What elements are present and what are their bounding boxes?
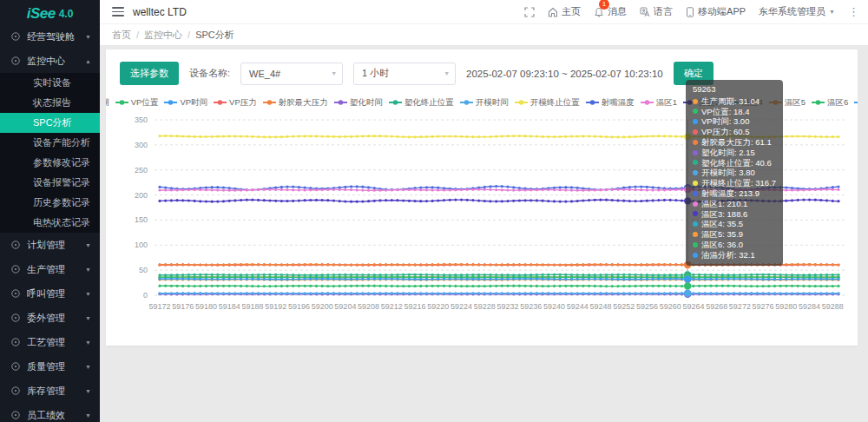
home-label: 主页	[562, 5, 581, 18]
hamburger-menu-icon[interactable]	[112, 7, 124, 16]
language-label: 语言	[654, 5, 673, 18]
legend-marker	[812, 99, 825, 106]
svg-text:59264: 59264	[682, 302, 704, 311]
company-title: welltec LTD	[133, 6, 187, 18]
chevron-down-icon: ▼	[85, 340, 91, 346]
legend-marker	[164, 99, 177, 106]
legend-label: 射胶最大压力	[279, 97, 328, 109]
sidebar-group-performance[interactable]: 员工绩效▼	[0, 403, 100, 422]
chevron-down-icon: ▼	[85, 291, 91, 297]
mobile-app-button[interactable]: 移动端APP	[686, 5, 746, 18]
legend-label: 温区1	[656, 97, 677, 109]
legend-marker	[115, 99, 128, 106]
confirm-button[interactable]: 确定	[674, 62, 713, 85]
legend-marker	[769, 99, 782, 106]
production-icon	[10, 264, 21, 274]
sidebar-group-plan[interactable]: 计划管理▼	[0, 233, 100, 257]
legend-item[interactable]: VP位置	[115, 97, 159, 109]
legend-label: VP位置	[131, 97, 159, 109]
breadcrumb-item[interactable]: 监控中心	[144, 29, 182, 42]
sidebar-group-monitor[interactable]: 监控中心▲	[0, 49, 100, 73]
device-select[interactable]: WE_4# ▼	[240, 63, 343, 85]
sidebar-item-设备产能分析[interactable]: 设备产能分析	[0, 133, 100, 153]
legend-item[interactable]: 塑化终止位置	[389, 97, 454, 109]
legend-item[interactable]: 温区1	[641, 97, 677, 109]
page: iSee 4.0 经营驾驶舱▼监控中心▲实时设备状态报告SPC分析设备产能分析参…	[0, 0, 868, 422]
svg-text:100: 100	[135, 241, 148, 249]
spc-chart[interactable]: 0501001502002503003505917259176591805918…	[113, 113, 852, 320]
breadcrumb: 首页/监控中心/SPC分析	[100, 24, 868, 46]
legend-item[interactable]: 开模时间	[460, 97, 509, 109]
home-button[interactable]: 主页	[548, 5, 581, 18]
sidebar-item-参数修改记录[interactable]: 参数修改记录	[0, 153, 100, 173]
sidebar-item-设备报警记录[interactable]: 设备报警记录	[0, 173, 100, 193]
legend-item[interactable]: VP压力	[214, 97, 257, 109]
dashboard-icon	[10, 31, 21, 42]
legend-item[interactable]: 塑化时间	[334, 97, 383, 109]
home-icon	[548, 7, 558, 17]
sidebar-group-label: 呼叫管理	[27, 287, 85, 300]
svg-text:59192: 59192	[265, 302, 286, 311]
sidebar-group-label: 库存管理	[27, 385, 85, 398]
messages-button[interactable]: 1 消息	[594, 5, 627, 18]
svg-text:59180: 59180	[195, 302, 217, 311]
svg-text:50: 50	[139, 266, 148, 274]
svg-text:59220: 59220	[427, 302, 449, 311]
sidebar-group-quality[interactable]: 质量管理▼	[0, 354, 100, 379]
svg-text:200: 200	[135, 191, 148, 200]
call-icon	[10, 288, 21, 299]
legend-label: 塑化终止位置	[404, 97, 454, 109]
select-params-button[interactable]: 选择参数	[120, 62, 179, 85]
sidebar-group-inventory[interactable]: 库存管理▼	[0, 379, 100, 403]
legend-item[interactable]: 生产周期	[106, 97, 109, 109]
legend-label: 开模终止位置	[530, 97, 580, 109]
performance-icon	[10, 410, 21, 420]
legend-item[interactable]: 射嘴温度	[586, 97, 635, 109]
sidebar-item-实时设备[interactable]: 实时设备	[0, 73, 100, 93]
user-name: 东华系统管理员	[759, 5, 825, 18]
more-options-icon[interactable]: ⋮	[848, 5, 859, 18]
legend-item[interactable]: 温区3	[683, 97, 720, 109]
logo-brand: iSee	[27, 5, 56, 23]
sidebar-group-dashboard[interactable]: 经营驾驶舱▼	[0, 24, 100, 49]
legend-item[interactable]: VP时间	[164, 97, 207, 109]
sidebar-group-label: 委外管理	[27, 312, 85, 325]
legend-item[interactable]: 温区6	[812, 97, 848, 109]
svg-text:59216: 59216	[404, 302, 426, 311]
sidebar-item-SPC分析[interactable]: SPC分析	[0, 113, 100, 133]
series-lines	[158, 135, 839, 296]
legend-label: 开模时间	[476, 97, 509, 109]
sidebar-group-production[interactable]: 生产管理▼	[0, 257, 100, 281]
legend-marker	[263, 99, 276, 106]
breadcrumb-separator: /	[187, 30, 190, 40]
sidebar-item-历史参数记录[interactable]: 历史参数记录	[0, 193, 100, 213]
legend-label: 生产周期	[106, 97, 109, 109]
svg-text:59240: 59240	[543, 302, 565, 311]
legend-item[interactable]: 油温分析	[854, 97, 858, 109]
chevron-up-icon: ▲	[85, 58, 91, 64]
sidebar-group-outsource[interactable]: 委外管理▼	[0, 306, 100, 330]
svg-text:59184: 59184	[219, 302, 240, 311]
sidebar-item-状态报告[interactable]: 状态报告	[0, 93, 100, 113]
chevron-down-icon: ▼	[829, 9, 835, 15]
legend-item[interactable]: 开模终止位置	[515, 97, 580, 109]
legend-item[interactable]: 温区5	[769, 97, 806, 109]
interval-select[interactable]: 1 小时 ▼	[353, 63, 456, 85]
legend-item[interactable]: 温区4	[726, 97, 762, 109]
mobile-app-label: 移动端APP	[698, 5, 746, 18]
chevron-down-icon: ▼	[85, 34, 91, 40]
svg-text:59272: 59272	[729, 302, 751, 311]
svg-text:59176: 59176	[172, 302, 194, 311]
svg-text:59252: 59252	[613, 302, 635, 311]
legend-item[interactable]: 射胶最大压力	[263, 97, 328, 109]
breadcrumb-item[interactable]: SPC分析	[195, 29, 234, 42]
fullscreen-icon[interactable]	[524, 7, 535, 17]
svg-text:150: 150	[135, 215, 148, 224]
sidebar-item-电热状态记录[interactable]: 电热状态记录	[0, 213, 100, 233]
sidebar-group-process[interactable]: 工艺管理▼	[0, 330, 100, 354]
breadcrumb-item[interactable]: 首页	[112, 29, 131, 42]
user-menu[interactable]: 东华系统管理员 ▼	[759, 5, 835, 18]
chart-legend: 生产周期VP位置VP时间VP压力射胶最大压力塑化时间塑化终止位置开模时间开模终止…	[106, 96, 858, 109]
language-button[interactable]: 语言	[640, 5, 673, 18]
sidebar-group-call[interactable]: 呼叫管理▼	[0, 281, 100, 306]
